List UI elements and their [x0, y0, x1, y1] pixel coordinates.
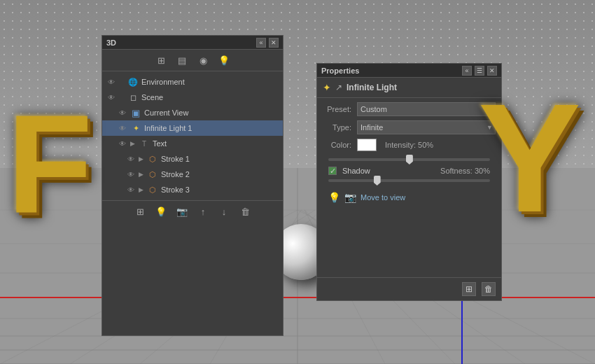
eye-icon-infinite-light[interactable]: 👁 — [119, 125, 129, 132]
props-footer: ⊞ 🗑 — [317, 277, 501, 300]
tree-item-current-view[interactable]: 👁 ▣ Current View — [102, 105, 283, 120]
softness-slider-track[interactable] — [328, 179, 490, 182]
label-stroke-1: Stroke 1 — [161, 155, 190, 163]
panel-close-btn[interactable]: ✕ — [269, 38, 279, 48]
eye-icon-text[interactable]: 👁 — [119, 140, 129, 148]
props-body: Preset: Custom Default Warm Cool Neutral… — [317, 98, 501, 211]
move-to-view-label[interactable]: Move to view — [360, 193, 405, 202]
env-icon: 🌐 — [127, 76, 139, 88]
panel-3d-title: 3D — [106, 38, 116, 47]
bottom-arrow-down-icon[interactable]: ↓ — [218, 205, 230, 218]
intensity-label: Intensity: 50% — [385, 141, 433, 149]
eye-icon-environment[interactable]: 👁 — [108, 78, 118, 86]
type-select[interactable]: Infinite Spot Point Image Based — [357, 120, 496, 134]
eye-icon-scene[interactable]: 👁 — [108, 94, 118, 102]
sun-icon: ✦ — [130, 122, 141, 134]
text-icon: T — [139, 138, 150, 149]
color-row: Color: Intensity: 50% — [323, 139, 496, 151]
panel-3d-header: 3D « ✕ — [102, 36, 283, 50]
tree-item-scene[interactable]: 👁 ◻ Scene — [102, 90, 283, 105]
panel-props-title: Properties — [321, 66, 359, 75]
tree-item-infinite-light-1[interactable]: 👁 ✦ Infinite Light 1 — [102, 120, 283, 136]
gold-letter-right: Y — [478, 70, 581, 247]
panel-properties: Properties « ☰ ✕ ✦ ↗ Infinite Light Pres… — [316, 63, 502, 301]
props-collapse-btn[interactable]: « — [462, 66, 472, 76]
bottom-grid-icon[interactable]: ⊞ — [134, 205, 146, 218]
shadow-label: Shadow — [342, 167, 370, 175]
panel-props-header: Properties « ☰ ✕ — [317, 64, 501, 78]
label-scene: Scene — [141, 93, 163, 102]
type-select-wrapper: Infinite Spot Point Image Based ▼ — [357, 120, 496, 134]
toolbar-table-icon[interactable]: ▤ — [176, 54, 188, 66]
stroke1-icon: ⬡ — [147, 153, 158, 164]
panel-3d: 3D « ✕ ⊞ ▤ ◉ 💡 👁 🌐 Environment 👁 ◻ Scene… — [102, 35, 284, 336]
label-current-view: Current View — [144, 108, 188, 117]
footer-trash-icon[interactable]: 🗑 — [482, 282, 496, 296]
type-label: Type: — [323, 123, 354, 132]
preset-row: Preset: Custom Default Warm Cool Neutral… — [323, 102, 496, 116]
expand-text[interactable]: ▶ — [130, 140, 137, 147]
intensity-slider-container — [323, 155, 496, 167]
eye-icon-stroke-1[interactable]: 👁 — [127, 155, 137, 163]
tree-item-stroke-1[interactable]: 👁 ▶ ⬡ Stroke 1 — [102, 151, 283, 167]
bottom-camera-icon[interactable]: 📷 — [176, 205, 188, 218]
scene-tree: 👁 🌐 Environment 👁 ◻ Scene 👁 ▣ Current Vi… — [102, 71, 283, 200]
move-to-view-row: 💡 📷 Move to view — [323, 188, 496, 207]
move-icon-2: 📷 — [344, 192, 356, 203]
toolbar-sphere-icon[interactable]: ◉ — [197, 54, 209, 66]
move-icon-1: 💡 — [328, 192, 340, 203]
scene-icon: ◻ — [127, 92, 139, 103]
panel-3d-controls: « ✕ — [256, 38, 279, 48]
label-infinite-light-1: Infinite Light 1 — [144, 124, 192, 132]
light-sun-icon: ✦ — [323, 82, 331, 93]
type-row: Type: Infinite Spot Point Image Based ▼ — [323, 120, 496, 134]
gold-letter-left: F — [7, 84, 92, 245]
bottom-trash-icon[interactable]: 🗑 — [239, 205, 251, 218]
panel-collapse-btn[interactable]: « — [256, 38, 266, 48]
toolbar-grid-icon[interactable]: ⊞ — [155, 54, 167, 66]
bottom-arrow-up-icon[interactable]: ↑ — [197, 205, 209, 218]
stroke3-icon: ⬡ — [147, 184, 158, 195]
bottom-bulb-icon[interactable]: 💡 — [155, 205, 167, 218]
light-type-icon: ↗ — [335, 83, 342, 92]
eye-icon-current-view[interactable]: 👁 — [119, 109, 129, 117]
footer-icon-1[interactable]: ⊞ — [462, 282, 476, 296]
label-environment: Environment — [141, 78, 185, 86]
intensity-slider-thumb[interactable] — [406, 155, 413, 164]
camera-icon: ▣ — [130, 107, 141, 118]
shadow-row: ✓ Shadow Softness: 30% — [323, 167, 496, 175]
eye-icon-stroke-3[interactable]: 👁 — [127, 186, 137, 194]
preset-select[interactable]: Custom Default Warm Cool Neutral — [357, 102, 496, 116]
preset-select-wrapper: Custom Default Warm Cool Neutral ▼ — [357, 102, 496, 116]
toolbar-bulb-icon[interactable]: 💡 — [218, 54, 230, 66]
shadow-checkbox[interactable]: ✓ — [328, 167, 337, 175]
props-light-header: ✦ ↗ Infinite Light — [317, 78, 501, 98]
color-swatch[interactable] — [357, 139, 377, 151]
intensity-slider-track[interactable] — [328, 158, 490, 161]
stroke2-icon: ⬡ — [147, 169, 158, 180]
softness-slider-thumb[interactable] — [374, 176, 381, 186]
label-stroke-2: Stroke 2 — [161, 170, 190, 178]
expand-stroke-2[interactable]: ▶ — [139, 171, 146, 178]
expand-stroke-1[interactable]: ▶ — [139, 155, 146, 162]
label-text: Text — [153, 139, 167, 148]
panel-3d-bottom-toolbar: ⊞ 💡 📷 ↑ ↓ 🗑 — [102, 200, 283, 222]
props-light-title: Infinite Light — [346, 83, 397, 92]
eye-icon-stroke-2[interactable]: 👁 — [127, 171, 137, 178]
panel-3d-toolbar: ⊞ ▤ ◉ 💡 — [102, 50, 283, 71]
color-label: Color: — [323, 141, 354, 149]
tree-item-environment[interactable]: 👁 🌐 Environment — [102, 74, 283, 90]
expand-stroke-3[interactable]: ▶ — [139, 186, 146, 193]
preset-label: Preset: — [323, 105, 354, 113]
tree-item-stroke-2[interactable]: 👁 ▶ ⬡ Stroke 2 — [102, 167, 283, 182]
softness-slider-container — [323, 176, 496, 188]
label-stroke-3: Stroke 3 — [161, 186, 190, 194]
tree-item-stroke-3[interactable]: 👁 ▶ ⬡ Stroke 3 — [102, 182, 283, 197]
tree-item-text[interactable]: 👁 ▶ T Text — [102, 136, 283, 151]
